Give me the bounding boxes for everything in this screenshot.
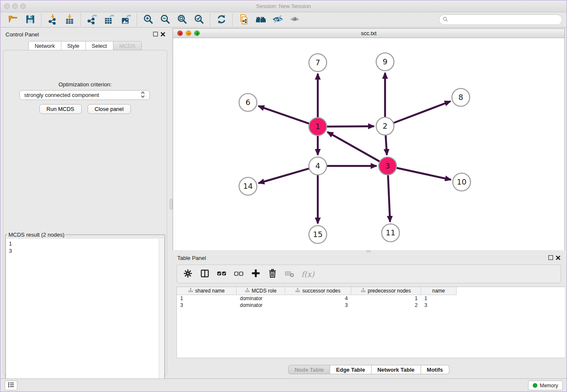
split-columns-icon xyxy=(200,269,209,279)
table-row[interactable]: 3 dominator 3 2 3 xyxy=(177,302,565,309)
edge-2-3[interactable] xyxy=(385,134,387,155)
mcds-result-text[interactable]: 1 3 xyxy=(6,239,164,392)
import-table-button[interactable] xyxy=(61,14,78,26)
optimization-criterion-label: Optimization criterion: xyxy=(3,81,167,88)
export-network-button[interactable] xyxy=(83,14,100,26)
first-neighbors-button[interactable] xyxy=(252,14,269,26)
tree-icon xyxy=(188,288,193,294)
optimization-criterion-dropdown[interactable]: strongly connected component xyxy=(19,90,150,100)
mcds-panel: Optimization criterion: strongly connect… xyxy=(3,50,167,375)
hide-selected-button[interactable] xyxy=(269,14,286,26)
memory-button[interactable]: Memory xyxy=(528,381,563,390)
zoom-selected-icon xyxy=(194,14,204,26)
open-file-button[interactable] xyxy=(5,14,22,26)
select-all-button[interactable] xyxy=(217,269,227,279)
network-window: scc.txt 1234678910111415 xyxy=(173,28,565,250)
cell-name[interactable]: 1 xyxy=(421,295,457,302)
tab-node-table[interactable]: Node Table xyxy=(288,365,330,374)
clone-network-icon xyxy=(239,14,249,26)
deselect-all-button[interactable] xyxy=(234,269,244,279)
table-toolbar: f(x) xyxy=(176,265,561,283)
network-window-titlebar[interactable]: scc.txt xyxy=(173,29,564,38)
function-builder-button[interactable]: f(x) xyxy=(301,269,314,279)
export-image-button[interactable] xyxy=(117,14,134,26)
result-scrollbar[interactable] xyxy=(159,239,164,392)
run-mcds-button[interactable]: Run MCDS xyxy=(39,104,82,114)
edge-1-6[interactable] xyxy=(259,106,310,124)
network-graph[interactable]: 1234678910111415 xyxy=(173,39,564,250)
export-image-icon xyxy=(121,14,131,26)
column-header-name[interactable]: name xyxy=(421,287,457,295)
tree-icon xyxy=(245,288,250,294)
zoom-selected-button[interactable] xyxy=(190,14,207,26)
tab-edge-table[interactable]: Edge Table xyxy=(330,365,371,374)
show-all-button[interactable] xyxy=(286,14,303,26)
tab-mcds[interactable]: MCDS xyxy=(113,41,142,50)
cell-mcds-role[interactable]: dominator xyxy=(237,302,285,309)
cell-predecessor-nodes[interactable]: 1 xyxy=(351,295,421,302)
delete-column-button[interactable] xyxy=(267,269,278,279)
toolbar-separator xyxy=(232,14,233,26)
cell-successor-nodes[interactable]: 3 xyxy=(285,302,351,309)
graph-node-label-9: 9 xyxy=(383,57,387,66)
eye-icon xyxy=(289,14,300,26)
tab-network-table[interactable]: Network Table xyxy=(372,365,421,374)
graph-node-label-2: 2 xyxy=(383,121,387,130)
column-header-successor-nodes[interactable]: successor nodes xyxy=(285,287,351,295)
cell-shared-name[interactable]: 1 xyxy=(177,295,237,302)
export-table-button[interactable] xyxy=(100,14,117,26)
cell-mcds-role[interactable]: dominator xyxy=(237,295,285,302)
delete-table-button[interactable] xyxy=(284,269,295,279)
search-input[interactable] xyxy=(450,17,559,23)
apply-layout-button[interactable] xyxy=(213,14,230,26)
zoom-fit-button[interactable] xyxy=(173,14,190,26)
mcds-result-title: MCDS result (2 nodes) xyxy=(7,232,66,238)
network-title: scc.txt xyxy=(173,30,564,36)
control-panel-title: Control Panel xyxy=(6,31,39,38)
cell-predecessor-nodes[interactable]: 2 xyxy=(351,302,421,309)
edge-3-1[interactable] xyxy=(328,132,381,162)
delete-table-icon xyxy=(284,268,295,280)
cell-successor-nodes[interactable]: 4 xyxy=(285,295,351,302)
cell-name[interactable]: 3 xyxy=(421,302,457,309)
memory-status-dot xyxy=(533,383,537,388)
edge-4-14[interactable] xyxy=(259,168,310,183)
table-panel: Table Panel f(x) shared name MCDS role s… xyxy=(173,252,565,377)
float-table-panel-icon[interactable] xyxy=(548,255,553,260)
save-session-button[interactable] xyxy=(22,14,39,26)
show-panels-button[interactable] xyxy=(5,381,17,390)
close-table-panel-icon[interactable] xyxy=(556,255,561,260)
zoom-in-button[interactable] xyxy=(140,14,157,26)
close-panel-button[interactable]: Close panel xyxy=(88,104,131,114)
network-canvas[interactable]: 1234678910111415 xyxy=(173,39,564,250)
tab-motifs[interactable]: Motifs xyxy=(421,365,449,374)
search-field[interactable] xyxy=(439,14,562,25)
table-row[interactable]: 1 dominator 4 1 1 xyxy=(177,295,565,302)
edge-1-2[interactable] xyxy=(326,126,374,127)
column-header-predecessor-nodes[interactable]: predecessor nodes xyxy=(351,287,421,295)
float-panel-icon[interactable] xyxy=(153,32,158,36)
refresh-icon xyxy=(216,14,227,26)
edge-2-8[interactable] xyxy=(393,101,451,123)
import-network-button[interactable] xyxy=(44,14,61,26)
vertical-splitter-handle[interactable] xyxy=(170,199,173,210)
export-table-icon xyxy=(104,14,114,26)
cell-shared-name[interactable]: 3 xyxy=(177,302,237,309)
table-settings-button[interactable] xyxy=(183,269,193,279)
edge-3-10[interactable] xyxy=(396,168,451,179)
split-panel-button[interactable] xyxy=(200,269,210,279)
tab-network[interactable]: Network xyxy=(28,41,61,50)
graph-node-label-11: 11 xyxy=(386,228,396,237)
dropdown-value: strongly connected component xyxy=(24,92,99,98)
edge-3-11[interactable] xyxy=(388,174,390,222)
add-column-button[interactable] xyxy=(250,269,261,279)
column-header-mcds-role[interactable]: MCDS role xyxy=(237,287,285,295)
close-panel-icon[interactable] xyxy=(160,32,165,37)
column-header-shared-name[interactable]: shared name xyxy=(177,287,237,295)
node-table: shared name MCDS role successor nodes pr… xyxy=(176,287,565,358)
clone-network-button[interactable] xyxy=(235,14,252,26)
tab-style[interactable]: Style xyxy=(61,41,86,50)
zoom-fit-icon xyxy=(177,14,187,26)
zoom-out-button[interactable] xyxy=(157,14,173,26)
tab-select[interactable]: Select xyxy=(86,41,113,50)
